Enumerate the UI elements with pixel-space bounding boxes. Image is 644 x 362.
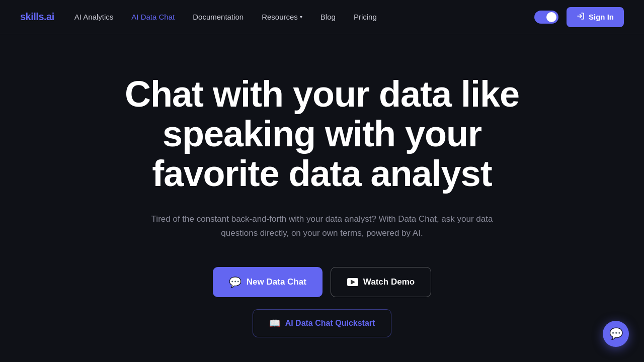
nav-left: skills.ai AI Analytics AI Data Chat Docu… [20,11,377,23]
new-data-chat-label: New Data Chat [247,277,306,287]
nav-link-ai-data-chat[interactable]: AI Data Chat [131,13,175,21]
youtube-icon [347,278,358,286]
watch-demo-label: Watch Demo [363,277,415,287]
floating-chat-button[interactable]: 💬 [603,321,629,347]
sign-in-label: Sign In [589,13,614,21]
hero-title: Chat with your data like speaking with y… [96,74,548,194]
chat-bubble-icon: 💬 [229,276,242,288]
floating-chat-icon: 💬 [609,327,623,340]
hero-buttons: 💬 New Data Chat Watch Demo [213,267,431,297]
nav-link-blog[interactable]: Blog [320,13,336,21]
nav-link-resources[interactable]: Resources ▾ [262,13,302,21]
logo-text: skills.ai [20,11,54,22]
sign-in-icon [577,12,585,22]
quickstart-button[interactable]: 📖 AI Data Chat Quickstart [253,309,392,337]
watch-demo-button[interactable]: Watch Demo [331,267,431,297]
nav-link-ai-analytics[interactable]: AI Analytics [74,13,114,21]
logo[interactable]: skills.ai [20,11,54,23]
nav-right: Sign In [534,7,624,27]
navbar: skills.ai AI Analytics AI Data Chat Docu… [0,0,644,34]
nav-links: AI Analytics AI Data Chat Documentation … [74,13,377,21]
resources-label: Resources [262,13,298,21]
toggle-knob [546,12,556,22]
nav-link-pricing[interactable]: Pricing [354,13,377,21]
theme-toggle[interactable] [534,11,558,24]
new-data-chat-button[interactable]: 💬 New Data Chat [213,267,323,297]
hero-section: Chat with your data like speaking with y… [0,34,644,362]
hero-subtitle: Tired of the constant back-and-forth wit… [151,212,493,241]
nav-link-documentation[interactable]: Documentation [193,13,244,21]
chevron-down-icon: ▾ [300,14,302,20]
book-icon: 📖 [269,318,280,329]
sign-in-button[interactable]: Sign In [567,7,624,27]
quickstart-label: AI Data Chat Quickstart [285,319,375,328]
